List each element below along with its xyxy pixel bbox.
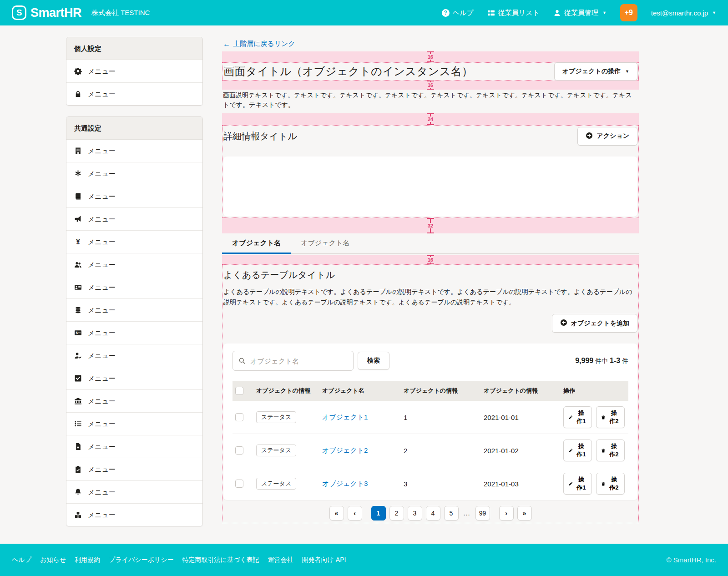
prev-page-button[interactable]: ‹ xyxy=(348,506,362,520)
first-page-button[interactable]: « xyxy=(329,506,344,520)
detail-content-area xyxy=(223,157,637,217)
megaphone-icon xyxy=(74,215,82,223)
sidebar-item-menu[interactable]: メニュー xyxy=(66,344,202,367)
yen-icon: ¥ xyxy=(74,238,82,246)
sidebar-item-menu[interactable]: メニュー xyxy=(66,162,202,185)
page-button-99[interactable]: 99 xyxy=(475,506,490,520)
tab-object-name-2[interactable]: オブジェクト名 xyxy=(291,233,359,253)
employee-list-link[interactable]: 従業員リスト xyxy=(487,9,540,17)
plus-circle-icon xyxy=(560,319,567,328)
footer-link-help[interactable]: ヘルプ xyxy=(12,556,31,564)
column-header: オブジェクト名 xyxy=(318,381,400,401)
object-table: オブジェクトの情報 オブジェクト名 オブジェクトの情報 オブジェクトの情報 操作… xyxy=(233,381,628,500)
book-icon xyxy=(74,192,82,200)
sidebar-item-menu[interactable]: メニュー xyxy=(66,298,202,321)
sidebar-item-menu[interactable]: メニュー xyxy=(66,60,202,82)
footer-links: ヘルプ お知らせ 利用規約 プライバシーポリシー 特定商取引法に基づく表記 運営… xyxy=(12,556,346,564)
row-checkbox[interactable] xyxy=(235,446,243,455)
spacing-value: 24 xyxy=(427,116,434,122)
back-link[interactable]: ← 上階層に戻るリンク xyxy=(223,40,295,48)
sidebar-item-menu[interactable]: メニュー xyxy=(66,82,202,105)
search-input[interactable] xyxy=(233,351,354,371)
column-header: オブジェクトの情報 xyxy=(253,381,318,401)
table-row: ステータス オブジェクト2 2 2021-01-02 操作1 操作2 xyxy=(233,434,628,467)
object-date: 2021-01-03 xyxy=(480,467,560,500)
table-row: ステータス オブジェクト1 1 2021-01-01 操作1 操作2 xyxy=(233,401,628,434)
company-name: 株式会社 TESTINC xyxy=(91,9,150,17)
sidebar-item-menu[interactable]: メニュー xyxy=(66,412,202,435)
footer-link-news[interactable]: お知らせ xyxy=(40,556,66,564)
next-page-button[interactable]: › xyxy=(499,506,514,520)
delete-button[interactable]: 操作2 xyxy=(596,473,625,495)
smarthr-logo[interactable]: S SmartHR xyxy=(12,5,81,20)
column-header: オブジェクトの情報 xyxy=(400,381,480,401)
search-button[interactable]: 検索 xyxy=(358,352,389,370)
add-object-button[interactable]: オブジェクトを追加 xyxy=(552,314,637,333)
person-icon xyxy=(553,9,561,17)
delete-button[interactable]: 操作2 xyxy=(596,440,625,461)
status-badge: ステータス xyxy=(256,445,296,456)
users-icon xyxy=(74,261,82,268)
app-footer: ヘルプ お知らせ 利用規約 プライバシーポリシー 特定商取引法に基づく表記 運営… xyxy=(0,544,728,576)
sidebar-item-menu[interactable]: メニュー xyxy=(66,140,202,162)
notification-badge[interactable]: +9 xyxy=(620,4,637,21)
sidebar: 個人設定 メニュー メニュー 共通設定 メニュー メニュー メニュー xyxy=(66,37,203,526)
sidebar-item-menu[interactable]: メニュー xyxy=(66,458,202,480)
row-checkbox[interactable] xyxy=(235,480,243,488)
search-icon xyxy=(238,357,246,364)
last-page-button[interactable]: » xyxy=(517,506,532,520)
payroll-card-icon: $ xyxy=(74,329,82,337)
sidebar-item-menu[interactable]: メニュー xyxy=(66,367,202,389)
footer-link-commerce[interactable]: 特定商取引法に基づく表記 xyxy=(182,556,259,564)
object-actions-button[interactable]: オブジェクトの操作 ▼ xyxy=(554,62,637,81)
object-link[interactable]: オブジェクト2 xyxy=(322,446,368,454)
page-button-2[interactable]: 2 xyxy=(389,506,404,520)
spacing-value: 16 xyxy=(427,257,434,263)
edit-button[interactable]: 操作1 xyxy=(563,406,592,428)
sidebar-item-menu[interactable]: メニュー xyxy=(66,207,202,230)
object-date: 2021-01-02 xyxy=(480,434,560,467)
page-button-3[interactable]: 3 xyxy=(408,506,422,520)
footer-link-company[interactable]: 運営会社 xyxy=(268,556,293,564)
sidebar-item-menu[interactable]: メニュー xyxy=(66,276,202,298)
page-button-5[interactable]: 5 xyxy=(444,506,459,520)
edit-button[interactable]: 操作1 xyxy=(563,473,592,495)
sidebar-item-menu[interactable]: メニュー xyxy=(66,185,202,207)
delete-button[interactable]: 操作2 xyxy=(596,406,625,428)
sidebar-item-menu[interactable]: メニュー xyxy=(66,435,202,458)
sidebar-item-menu[interactable]: メニュー xyxy=(66,503,202,526)
sidebar-item-menu[interactable]: $ メニュー xyxy=(66,321,202,344)
page-button-4[interactable]: 4 xyxy=(426,506,440,520)
footer-link-privacy[interactable]: プライバシーポリシー xyxy=(109,556,174,564)
page-title: 画面タイトル（オブジェクトのインスタンス名） xyxy=(223,64,473,79)
page-layout: 個人設定 メニュー メニュー 共通設定 メニュー メニュー メニュー xyxy=(0,25,728,544)
footer-link-terms[interactable]: 利用規約 xyxy=(75,556,100,564)
select-all-checkbox[interactable] xyxy=(235,387,243,395)
sidebar-item-menu[interactable]: ¥ メニュー xyxy=(66,230,202,253)
object-info: 1 xyxy=(400,401,480,434)
help-icon: ? xyxy=(442,9,450,17)
sidebar-item-menu[interactable]: メニュー xyxy=(66,389,202,412)
brand-name: SmartHR xyxy=(30,6,81,20)
detail-section-title: 詳細情報タイトル xyxy=(223,130,297,142)
bell-icon xyxy=(74,488,82,496)
object-link[interactable]: オブジェクト1 xyxy=(322,413,368,421)
action-button[interactable]: アクション xyxy=(577,127,637,146)
page-button-1[interactable]: 1 xyxy=(371,506,386,520)
help-link[interactable]: ? ヘルプ xyxy=(442,9,474,17)
footer-link-developer-api[interactable]: 開発者向け API xyxy=(302,556,346,564)
sidebar-section-title: 個人設定 xyxy=(66,37,202,60)
page-title-block: 画面タイトル（オブジェクトのインスタンス名） オブジェクトの操作 ▼ xyxy=(222,62,639,81)
edit-button[interactable]: 操作1 xyxy=(563,440,592,461)
sidebar-item-menu[interactable]: メニュー xyxy=(66,253,202,276)
plus-circle-icon xyxy=(586,132,593,141)
app-header: S SmartHR 株式会社 TESTINC ? ヘルプ 従業員リスト 従業員管… xyxy=(0,0,728,25)
tab-object-name-1[interactable]: オブジェクト名 xyxy=(222,233,291,253)
row-checkbox[interactable] xyxy=(235,413,243,421)
object-link[interactable]: オブジェクト3 xyxy=(322,480,368,487)
employee-admin-menu[interactable]: 従業員管理 ▼ xyxy=(553,9,607,17)
account-menu[interactable]: test@smarthr.co.jp ▼ xyxy=(651,9,716,17)
sidebar-item-menu[interactable]: メニュー xyxy=(66,480,202,503)
bank-icon xyxy=(74,397,82,405)
database-icon xyxy=(74,306,82,314)
